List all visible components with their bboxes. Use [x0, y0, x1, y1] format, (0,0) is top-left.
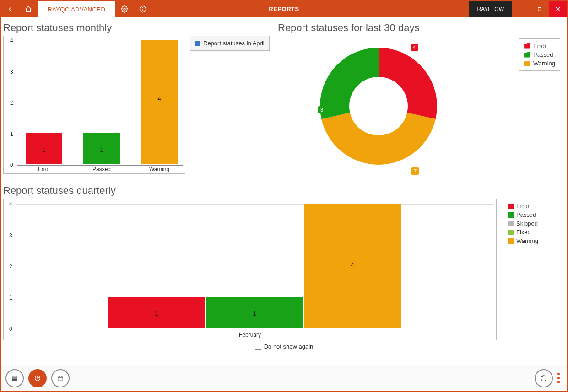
titlebar-left: RAYQC ADVANCED — [1, 1, 152, 17]
legend-item: Warning — [508, 236, 538, 245]
ytick: 4 — [9, 201, 12, 208]
monthly-chart: 4 3 2 1 0 1 Error 1 Passed 4 — [3, 36, 185, 174]
legend-item: Fixed — [508, 228, 538, 236]
do-not-show-row: Do not show again — [3, 340, 565, 353]
minimize-button[interactable] — [512, 1, 530, 17]
legend-item: Report statuses in April — [195, 39, 265, 48]
legend-item: Passed — [524, 50, 555, 59]
svg-rect-10 — [12, 379, 17, 380]
top-row: Report statuses monthly 4 3 2 1 0 — [3, 22, 565, 182]
folder-icon — [524, 61, 530, 66]
refresh-button[interactable] — [535, 369, 553, 387]
donut-slice-warning — [321, 113, 436, 165]
folder-icon — [524, 52, 530, 58]
xcat: Error — [26, 166, 62, 172]
legend-label: Fixed — [516, 229, 531, 236]
dot-icon — [557, 373, 560, 375]
folder-icon — [524, 43, 530, 49]
xcat: Warning — [141, 166, 178, 172]
legend-label: Passed — [516, 211, 536, 218]
qbar-passed-value: 1 — [206, 310, 303, 317]
legend-label: Error — [516, 203, 530, 209]
legend-swatch — [195, 41, 200, 46]
svg-rect-5 — [538, 8, 541, 11]
titlebar: RAYQC ADVANCED REPORTS RAYFLOW — [1, 1, 567, 17]
legend-item: Skipped — [508, 219, 538, 228]
app-window: RAYQC ADVANCED REPORTS RAYFLOW Report st… — [0, 0, 568, 392]
donut-svg — [305, 33, 452, 179]
ytick: 4 — [10, 38, 13, 44]
bottombar — [1, 365, 567, 391]
svg-rect-8 — [12, 376, 17, 377]
legend-label: Passed — [533, 51, 553, 58]
legend-swatch — [508, 238, 514, 244]
legend-item: Passed — [508, 210, 538, 219]
do-not-show-label: Do not show again — [264, 343, 314, 350]
qbar-warning-value: 4 — [304, 262, 401, 268]
rayflow-label: RAYFLOW — [477, 6, 504, 12]
close-button[interactable] — [549, 1, 567, 17]
svg-point-3 — [143, 8, 143, 8]
ytick: 0 — [10, 162, 13, 168]
donut-label-passed: 3 — [318, 106, 325, 113]
quarterly-panel: Report statuses quarterly 4 3 2 1 0 — [3, 185, 565, 353]
monthly-legend: Report statuses in April — [190, 36, 270, 51]
donut-slice-error — [379, 48, 437, 119]
svg-rect-9 — [12, 378, 17, 379]
more-menu-button[interactable] — [557, 373, 563, 383]
quarterly-legend: Error Passed Skipped Fixed Warning — [503, 199, 543, 248]
bar-passed-value: 1 — [83, 146, 120, 153]
quarterly-title: Report statuses quarterly — [3, 185, 565, 197]
qbar-error-value: 1 — [108, 310, 205, 317]
legend-label: Warning — [516, 237, 538, 244]
donut-slice-passed — [320, 48, 379, 119]
monthly-panel: Report statuses monthly 4 3 2 1 0 — [3, 22, 278, 182]
ytick: 1 — [10, 131, 13, 137]
legend-swatch — [508, 204, 514, 209]
donut-label-warning: 7 — [411, 167, 419, 175]
ytick: 2 — [9, 263, 12, 270]
home-button[interactable] — [19, 1, 38, 17]
monthly-title: Report statuses monthly — [3, 22, 278, 34]
bar-warning-value: 4 — [141, 95, 178, 102]
legend-item: Error — [524, 42, 555, 50]
bar-warning — [141, 40, 178, 164]
do-not-show-checkbox[interactable] — [255, 344, 261, 350]
view-dashboard-button[interactable] — [28, 369, 47, 387]
view-list-button[interactable] — [5, 369, 24, 387]
last30-legend: Error Passed Warning — [519, 38, 560, 71]
restore-button[interactable] — [530, 1, 549, 17]
titlebar-right: RAYFLOW — [469, 1, 567, 17]
quarterly-xlabel: February — [4, 332, 496, 338]
donut-label-error: 4 — [411, 44, 418, 51]
legend-swatch — [508, 221, 514, 226]
tab-label: RAYQC ADVANCED — [48, 6, 105, 13]
legend-label: Report statuses in April — [203, 40, 265, 47]
xcat: Passed — [83, 166, 120, 172]
last30-title: Report statuses for last 30 days — [278, 22, 565, 34]
info-button[interactable] — [134, 1, 152, 17]
active-tab[interactable]: RAYQC ADVANCED — [38, 1, 115, 17]
legend-swatch — [508, 212, 514, 218]
ytick: 0 — [9, 326, 12, 332]
legend-item: Error — [508, 202, 538, 210]
quarterly-chart: 4 3 2 1 0 1 1 4 February — [3, 199, 497, 340]
ytick: 3 — [9, 232, 12, 239]
ytick: 1 — [9, 295, 12, 301]
legend-label: Warning — [533, 60, 555, 67]
settings-button[interactable] — [115, 1, 134, 17]
ytick: 3 — [10, 69, 13, 75]
content-area: Report statuses monthly 4 3 2 1 0 — [1, 17, 567, 365]
legend-item: Warning — [524, 59, 555, 68]
legend-swatch — [508, 230, 514, 235]
dot-icon — [557, 381, 560, 383]
legend-label: Error — [533, 43, 546, 49]
svg-point-0 — [124, 8, 125, 10]
svg-rect-12 — [58, 376, 63, 381]
back-button[interactable] — [1, 1, 19, 17]
rayflow-button[interactable]: RAYFLOW — [469, 1, 512, 17]
last30-panel: Report statuses for last 30 days 4 3 7 E… — [278, 22, 565, 182]
bar-error-value: 1 — [26, 146, 62, 153]
view-calendar-button[interactable] — [51, 369, 70, 387]
ytick: 2 — [10, 100, 13, 106]
